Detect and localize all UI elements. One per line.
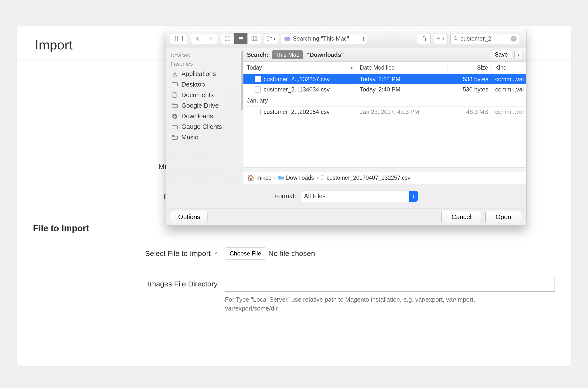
sidebar-toggle-button[interactable] [170,33,188,44]
share-icon [421,36,426,42]
format-label: Format: [274,192,296,200]
view-list-button[interactable] [234,33,248,44]
sidebar-item-gauge-clients[interactable]: Gauge Clients [168,121,241,132]
list-icon [238,36,244,41]
search-field[interactable]: customer_2 ✕ [451,33,519,44]
finder-toolbar: ▾ Searching "This Mac" ▴▾ customer_2 ✕ [166,29,526,48]
scope-location[interactable]: "Downloads" [307,51,344,58]
back-button[interactable] [191,33,204,44]
format-value: All Files [304,193,326,200]
svg-line-23 [457,39,458,41]
folder-purple-icon [284,36,290,41]
nav-seg [191,33,218,44]
columns-icon [252,36,257,41]
open-button[interactable]: Open [485,211,521,223]
file-name: customer_2...202954.csv [264,108,330,115]
arrange-icon [267,36,272,41]
sidebar-item-label: Google Drive [181,102,219,109]
sidebar-item-documents[interactable]: Documents [168,90,241,100]
sidebar-item-label: Music [181,134,198,141]
view-column-button[interactable] [248,33,261,44]
chevron-down-icon: ▾ [274,37,275,41]
location-popup[interactable]: Searching "This Mac" ▴▾ [281,33,367,44]
scope-bar: Search: This Mac "Downloads" Save ＋ [243,48,526,62]
home-icon: 🏠 [247,175,255,181]
dialog-button-bar: Options Cancel Open [166,208,526,225]
horizontal-scrollbar[interactable] [243,168,526,172]
save-search-button[interactable]: Save [491,50,512,59]
col-kind[interactable]: Kind [492,62,526,74]
file-size: 530 bytes [448,86,492,93]
tags-button[interactable] [434,33,448,44]
svg-rect-0 [175,36,183,41]
format-select[interactable]: All Files ▲▼ [301,191,418,202]
file-date: Jan 23, 2017, 4:03 PM [356,108,448,115]
file-icon [321,175,325,181]
sidebar-item-google-drive[interactable]: Google Drive [168,100,241,111]
images-dir-input[interactable] [225,277,555,291]
sidebar-group-devices: Devices [171,52,239,59]
svg-rect-17 [285,37,287,38]
sidebar-item-desktop[interactable]: Desktop [168,79,241,90]
sidebar-item-music[interactable]: Music [168,132,241,143]
updown-icon: ▴▾ [363,36,365,41]
scope-this-mac[interactable]: This Mac [272,50,303,59]
file-size: 48.3 MB [448,108,492,115]
path-separator: › [317,175,319,181]
sort-asc-icon: ▴ [351,65,353,70]
folder-icon [171,124,178,129]
sidebar-scrollbar[interactable] [241,51,243,110]
col-name[interactable]: Today ▴ [243,62,356,74]
path-seg-home[interactable]: mikec [256,175,271,181]
view-icon-button[interactable] [221,33,234,44]
folder-blue-icon [278,175,284,181]
sidebar-item-downloads[interactable]: Downloads [168,111,241,121]
tag-icon [437,36,444,41]
svg-rect-37 [278,176,281,177]
file-icon [255,86,261,93]
row-select-file: Select File to Import * Choose File No f… [33,247,555,260]
add-rule-button[interactable]: ＋ [514,51,523,59]
sidebar-item-label: Gauge Clients [181,123,222,131]
svg-rect-13 [267,39,269,41]
scope-label: Search: [247,51,268,58]
downloads-icon [171,113,178,119]
select-arrows-icon: ▲▼ [409,191,418,202]
path-separator: › [274,175,276,181]
path-seg-downloads[interactable]: Downloads [286,175,314,181]
file-row[interactable]: customer_2...134034.csv Today, 2:40 PM 5… [243,84,526,95]
file-row[interactable]: customer_2...132257.csv Today, 2:24 PM 5… [243,74,526,84]
sidebar-item-applications[interactable]: Applications [168,69,241,79]
file-row[interactable]: customer_2...202954.csv Jan 23, 2017, 4:… [243,107,526,117]
column-headers: Today ▴ Date Modified Size Kind [243,62,526,74]
group-header-january: January [243,95,526,107]
sidebar-group-favorites: Favorites [171,61,239,67]
share-button[interactable] [417,33,431,44]
search-icon [454,36,458,41]
location-label: Searching "This Mac" [293,35,349,42]
file-name: customer_2...134034.csv [264,86,330,93]
sidebar-item-label: Documents [181,91,214,99]
cancel-button[interactable]: Cancel [441,211,481,223]
sidebar-item-label: Desktop [181,81,205,88]
clear-search-button[interactable]: ✕ [511,36,517,42]
choose-file-button[interactable]: Choose File [225,247,266,260]
arrange-button[interactable]: ▾ [264,33,278,44]
svg-rect-27 [173,93,176,97]
folder-icon [171,103,178,108]
col-date[interactable]: Date Modified [356,62,448,74]
path-seg-file[interactable]: customer_20170407_132257.csv [327,175,410,181]
format-bar: Format: All Files ▲▼ [166,184,526,208]
finder-sidebar: Devices Favorites Applications Desktop D… [166,48,243,184]
options-button[interactable]: Options [171,211,208,223]
folder-icon [171,135,178,140]
label-select-file: Select File to Import * [33,249,225,258]
desktop-icon [171,82,178,87]
forward-button[interactable] [204,33,217,44]
no-file-chosen: No file chosen [268,249,315,258]
file-size: 533 bytes [448,76,492,83]
required-mark: * [215,249,217,257]
path-bar: 🏠 mikec › Downloads › customer_20170407_… [243,172,526,184]
file-kind: comm...val [492,108,526,115]
col-size[interactable]: Size [448,62,492,74]
